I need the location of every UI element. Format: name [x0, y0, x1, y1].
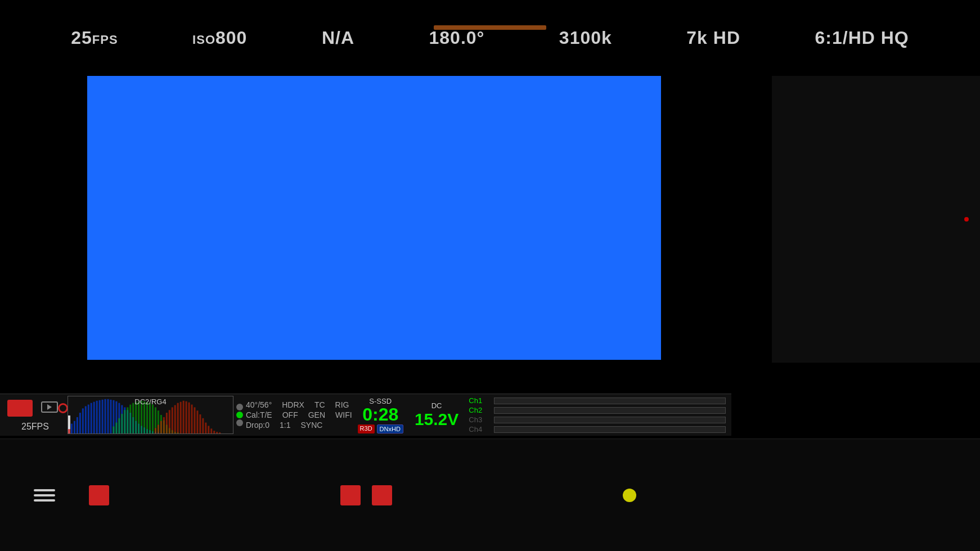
red-square-icon-1: [89, 485, 109, 505]
ssd-section: S-SSD 0:28 R3D DNxHD: [352, 397, 409, 433]
camera-icon-section: 25FPS: [3, 399, 68, 432]
svg-rect-43: [138, 401, 140, 433]
top-progress-bar: [434, 25, 546, 30]
audio-row-2: [494, 407, 726, 414]
status-dot-3: [236, 419, 243, 426]
temp-label: 40°/56°: [246, 400, 272, 409]
svg-rect-12: [102, 400, 104, 433]
red-icon-2[interactable]: [340, 485, 361, 505]
svg-rect-77: [208, 426, 209, 433]
ch1-label: Ch1: [469, 396, 487, 405]
status-row-3: [236, 419, 243, 426]
audio-row-1: [494, 397, 726, 405]
ch3-label: Ch3: [469, 415, 487, 424]
svg-rect-34: [113, 426, 114, 433]
ch2-label: Ch2: [469, 406, 487, 414]
iso-label: ISO: [192, 33, 215, 47]
svg-rect-7: [88, 405, 89, 433]
svg-rect-61: [163, 417, 165, 433]
red-icon-3[interactable]: [372, 485, 392, 505]
status-row-2: [236, 412, 243, 418]
svg-rect-45: [143, 401, 145, 433]
svg-rect-64: [172, 407, 173, 433]
audio-levels-section: [491, 392, 729, 438]
camera-fps-label: 25FPS: [21, 422, 49, 432]
hud-shutter: 180.0°: [429, 28, 484, 48]
menu-icon-button[interactable]: [34, 489, 55, 502]
svg-rect-6: [85, 406, 87, 433]
r3d-badge: R3D: [358, 424, 375, 433]
fps-value: 25: [71, 28, 92, 48]
info-row-1: 40°/56° HDRX TC RIG: [246, 400, 352, 409]
svg-rect-67: [180, 402, 182, 433]
bottom-toolbar: [0, 439, 980, 551]
svg-rect-41: [132, 403, 134, 433]
gen-label: GEN: [308, 410, 325, 419]
hud-na: N/A: [322, 28, 354, 48]
svg-rect-46: [146, 402, 148, 433]
svg-rect-60: [160, 421, 162, 433]
ch1-row: Ch1: [469, 396, 487, 405]
yellow-circle-icon: [623, 489, 636, 502]
audio-bar-bg-2: [494, 407, 726, 414]
svg-rect-68: [183, 401, 185, 433]
na-value: N/A: [322, 28, 354, 48]
wifi-label: WIFI: [335, 410, 352, 419]
codec-value: 6:1/HD HQ: [815, 28, 909, 48]
play-button[interactable]: [41, 401, 58, 413]
sync-label: SYNC: [301, 421, 323, 430]
svg-rect-80: [216, 432, 218, 433]
ch4-row: Ch4: [469, 425, 487, 433]
svg-rect-39: [127, 407, 128, 433]
hud-resolution: 7k HD: [686, 28, 740, 48]
hud-fps: 25FPS: [71, 28, 118, 48]
svg-rect-38: [124, 410, 125, 433]
svg-rect-70: [188, 403, 190, 433]
ratio-label: 1:1: [280, 421, 290, 430]
svg-rect-4: [79, 413, 81, 433]
off-label: OFF: [282, 410, 298, 419]
svg-rect-5: [82, 408, 84, 433]
svg-rect-81: [219, 432, 221, 433]
dc-label: DC: [431, 401, 442, 410]
play-triangle-icon: [47, 404, 52, 410]
ch4-label: Ch4: [469, 425, 487, 433]
svg-rect-9: [93, 402, 95, 433]
svg-rect-83: [68, 429, 70, 433]
audio-bar-bg-4: [494, 426, 726, 433]
info-row-2: Cal:T/E OFF GEN WIFI: [246, 410, 352, 419]
camera-monitor-screen: 25FPS ISO800 N/A 180.0° 3100k 7k HD 6:1/…: [0, 0, 980, 551]
info-labels-section: 40°/56° HDRX TC RIG Cal:T/E OFF GEN WIFI…: [246, 400, 352, 430]
svg-rect-76: [205, 423, 206, 433]
svg-rect-65: [174, 405, 176, 433]
right-panel: [772, 76, 980, 363]
red-square-icon-2: [340, 485, 361, 505]
iso-value: 800: [215, 28, 247, 48]
dc-voltage: 15.2V: [415, 410, 458, 429]
svg-rect-62: [166, 413, 168, 433]
ch3-row: Ch3: [469, 415, 487, 424]
red-icon-1[interactable]: [89, 485, 109, 505]
wb-value: 3100k: [559, 28, 612, 48]
svg-rect-75: [202, 418, 204, 433]
audio-bar-bg-1: [494, 398, 726, 404]
audio-row-3: [494, 416, 726, 424]
svg-rect-10: [96, 401, 98, 433]
ch2-row: Ch2: [469, 406, 487, 414]
svg-rect-69: [186, 401, 187, 433]
svg-rect-3: [77, 417, 78, 433]
svg-rect-58: [155, 428, 156, 433]
hdrx-label: HDRX: [282, 400, 304, 409]
svg-rect-40: [129, 405, 131, 433]
hud-wb: 3100k: [559, 28, 612, 48]
bottom-status-bar: 25FPS DC2/RG4: [0, 394, 731, 436]
yellow-dot-indicator: [623, 489, 636, 502]
tc-label: TC: [314, 400, 325, 409]
status-dot-1: [236, 404, 243, 410]
camera-body-icon: [7, 400, 33, 417]
audio-row-4: [494, 426, 726, 433]
svg-rect-47: [149, 403, 151, 433]
svg-rect-66: [177, 403, 179, 433]
svg-rect-35: [115, 423, 117, 433]
dc-section: DC 15.2V: [409, 401, 464, 429]
